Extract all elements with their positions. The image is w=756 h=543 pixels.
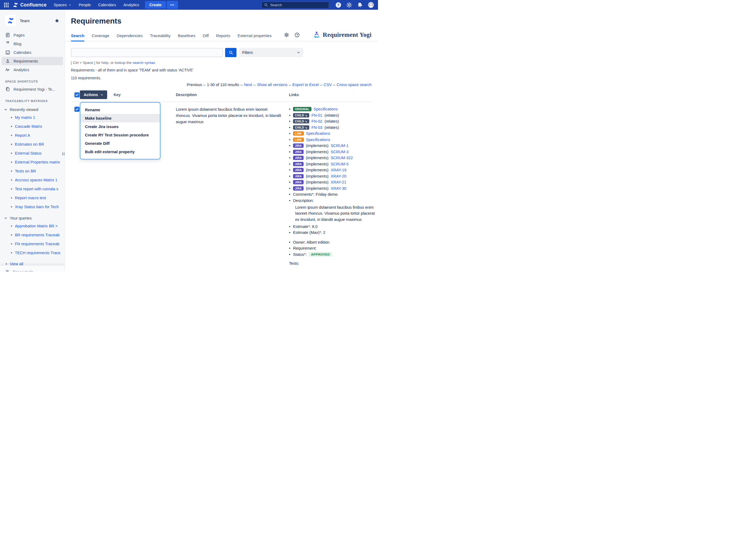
select-all-checkbox[interactable] <box>74 92 80 97</box>
nav-item-people[interactable]: People <box>79 3 91 7</box>
requirement-link-xray-21[interactable]: XRAY-21 <box>331 180 346 184</box>
requirement-link-fn-02[interactable]: FN-02 <box>311 119 322 123</box>
tab-search[interactable]: Search <box>71 33 84 41</box>
group-your-queries[interactable]: Your queries <box>4 216 65 220</box>
results-header: Actions Key Description Links <box>71 90 372 102</box>
menu-item-create-ry-test-session-procedure[interactable]: Create RY Test Session procedure <box>80 131 160 139</box>
requirement-link-specifications[interactable]: Specifications <box>306 137 330 142</box>
sidebar-item-calendars[interactable]: Calendars <box>2 48 63 57</box>
sidebar-item-analytics[interactable]: Analytics <box>2 65 63 74</box>
matrix-link-test-report-with-comala-s[interactable]: Test report with comala s <box>15 187 58 191</box>
matrix-link-tests-on-br[interactable]: Tests on BR <box>15 169 36 173</box>
user-avatar[interactable] <box>368 2 374 8</box>
pagination-link-show-all-versions[interactable]: Show all versions <box>257 83 288 87</box>
row-links-cell: ORIGINALSpecificationsCHILD ↘FN-01 (rela… <box>289 106 378 265</box>
tab-coverage[interactable]: Coverage <box>92 33 109 41</box>
requirement-link-specifications[interactable]: Specifications <box>306 131 330 136</box>
filters-label: Filters <box>242 50 253 55</box>
requirements-search-input[interactable] <box>71 48 223 57</box>
search-syntax-link[interactable]: search syntax <box>133 61 155 65</box>
requirement-link-scrum-322[interactable]: SCRUM-322 <box>331 156 353 160</box>
space-logo[interactable] <box>5 15 16 26</box>
sidebar-item-blog[interactable]: ”Blog <box>2 39 63 48</box>
link-relation: (implements) <box>306 186 328 190</box>
app-switcher-icon[interactable] <box>4 2 9 8</box>
pagination-next[interactable]: Next <box>244 83 252 87</box>
nav-item-spaces[interactable]: Spaces <box>54 3 71 7</box>
matrix-link-approbation-matrix-br[interactable]: Approbation Matrix BR > <box>15 224 58 228</box>
menu-item-make-baseline[interactable]: Make baseline <box>80 114 160 122</box>
link-item: JIRA(implements)SCRUM-322 <box>289 155 378 161</box>
menu-item-generate-diff[interactable]: Generate Diff <box>80 139 160 147</box>
pagination-link-csv[interactable]: CSV <box>324 83 332 87</box>
tab-external-properties[interactable]: External properties <box>238 33 272 41</box>
more-button[interactable]: ••• <box>167 1 178 9</box>
matrix-link-accross-spaces-matrix-1[interactable]: Accross spaces Matrix 1 <box>15 178 57 182</box>
space-tools-gear-icon <box>5 269 10 272</box>
ry-settings-gear-icon[interactable] <box>284 32 289 38</box>
tab-dependencies[interactable]: Dependencies <box>117 33 143 41</box>
requirement-link-scrum-1[interactable]: SCRUM-1 <box>331 143 349 148</box>
requirement-link-fn-03[interactable]: FN-03 <box>311 125 322 130</box>
notifications-bell-icon[interactable] <box>357 2 363 8</box>
matrix-link-my-matrix-1[interactable]: My matrix 1 <box>15 115 35 120</box>
requirement-link-specifications[interactable]: Specifications <box>314 107 338 111</box>
sidebar-item-pages[interactable]: Pages <box>2 31 63 39</box>
property-text: Estimate (Max)*: 2 <box>293 230 325 235</box>
matrix-link-fn-requirements-traceab[interactable]: FN requirements Traceab <box>15 242 59 246</box>
global-search[interactable] <box>261 2 329 8</box>
search-button[interactable] <box>225 48 236 57</box>
tab-reports[interactable]: Reports <box>216 33 230 41</box>
favorite-star-icon[interactable] <box>55 18 59 23</box>
tab-traceability[interactable]: Traceability <box>150 33 170 41</box>
column-links: Links <box>289 93 299 97</box>
matrix-link-cascade-matrix[interactable]: Cascade Matrix <box>15 124 42 128</box>
pagination-link-export-to-excel[interactable]: Export to Excel <box>292 83 319 87</box>
matrix-link-tech-requirements-trace[interactable]: TECH requirements Trace <box>15 251 60 255</box>
menu-item-rename[interactable]: Rename <box>80 106 160 114</box>
matrix-link-external-properties-matrix[interactable]: External Properties matrix <box>15 160 60 164</box>
matrix-link-external-status[interactable]: External Status <box>15 151 41 155</box>
help-icon[interactable]: ? <box>335 2 341 8</box>
filters-select[interactable]: Filters <box>239 48 303 57</box>
matrix-link-xray-status-bars-for-tech[interactable]: Xray Status bars for Tech <box>15 205 59 209</box>
pagination-link-cross-space-search[interactable]: Cross-space search <box>337 83 372 87</box>
menu-item-bulk-edit-external-property[interactable]: Bulk edit external property <box>80 147 160 156</box>
tab-diff[interactable]: Diff <box>203 33 209 41</box>
group-recently-viewed[interactable]: Recently viewed <box>4 107 65 112</box>
create-button[interactable]: Create <box>145 1 166 9</box>
link-item: JIRA(implements)XRAY-19 <box>289 167 378 173</box>
ry-help-icon[interactable]: ? <box>294 32 300 38</box>
requirement-link-xray-30[interactable]: XRAY-30 <box>331 186 346 190</box>
confluence-mark-icon <box>13 2 18 8</box>
matrix-link-br-requirements-traceab[interactable]: BR requirements Traceab <box>15 233 60 237</box>
list-item: Cascade Matrix <box>0 122 65 131</box>
requirement-link-fn-01[interactable]: FN-01 <box>311 113 322 117</box>
results-table: Actions Key Description Links RenameMake… <box>71 90 372 271</box>
nav-item-calendars[interactable]: Calendars <box>98 3 116 7</box>
settings-gear-icon[interactable] <box>346 2 352 8</box>
results-count: 110 requirements. <box>71 76 372 80</box>
property-text: Requirement: <box>293 246 317 250</box>
shortcut-requirement-yogi-te[interactable]: Requirement Yogi - Te... <box>2 85 63 93</box>
nav-item-analytics[interactable]: Analytics <box>123 3 139 7</box>
requirement-yogi-logo[interactable]: Requirement Yogi <box>313 31 372 39</box>
menu-item-create-jira-issues[interactable]: Create Jira issues <box>80 122 160 131</box>
actions-button[interactable]: Actions <box>80 90 107 99</box>
requirement-link-scrum-3[interactable]: SCRUM-3 <box>331 150 349 154</box>
badge-child: CHILD ↘ <box>293 113 309 117</box>
sidebar-item-requirements[interactable]: Requirements <box>2 57 63 65</box>
tab-baselines[interactable]: Baselines <box>178 33 195 41</box>
matrix-link-estimates-on-br[interactable]: Estimates on BR <box>15 142 44 146</box>
requirement-link-xray-19[interactable]: XRAY-19 <box>331 168 346 172</box>
confluence-logo[interactable]: Confluence <box>13 2 47 8</box>
global-search-input[interactable] <box>270 3 326 7</box>
requirement-link-scrum-5[interactable]: SCRUM-5 <box>331 162 349 166</box>
matrix-link-report-macro-test[interactable]: Report macro test <box>15 196 46 200</box>
sidebar-resize-handle[interactable] <box>62 152 65 155</box>
space-tools[interactable]: Space tools <box>0 265 65 272</box>
matrix-link-report-a[interactable]: Report A <box>15 133 30 137</box>
link-item: JIRA(implements)SCRUM-1 <box>289 143 378 149</box>
requirement-link-xray-20[interactable]: XRAY-20 <box>331 174 346 178</box>
row-checkbox[interactable] <box>74 107 80 112</box>
